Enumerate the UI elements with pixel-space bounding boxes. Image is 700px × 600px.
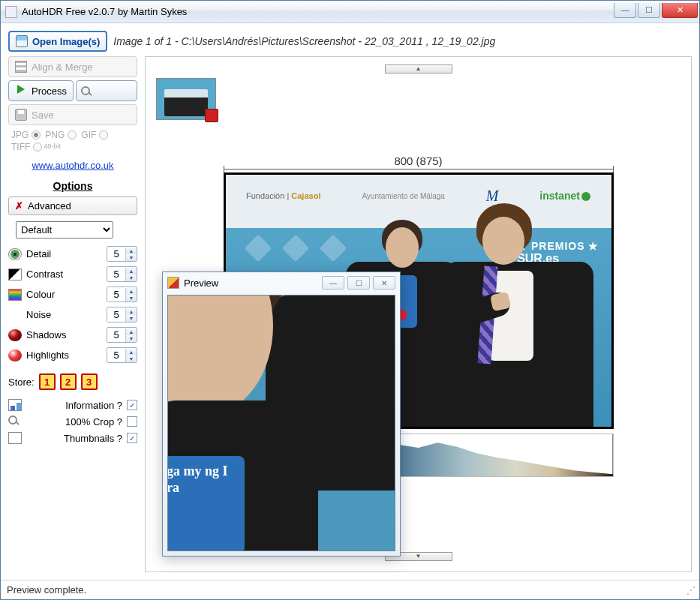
spin-down[interactable]: ▼ — [126, 335, 137, 342]
save-label: Save — [32, 110, 54, 121]
colour-spinner[interactable]: ▲▼ — [107, 286, 137, 302]
dimension-label: 800 (875) — [394, 154, 442, 167]
store-slot-1[interactable]: 1 — [39, 374, 56, 390]
information-checkbox[interactable]: ✓ — [127, 400, 137, 410]
spin-down[interactable]: ▼ — [126, 315, 137, 322]
format-group: JPG PNG GIF TIFF48-bit — [8, 128, 137, 154]
radio-icon — [33, 142, 42, 152]
spin-up[interactable]: ▲ — [126, 328, 137, 335]
radio-icon — [32, 130, 41, 140]
align-icon — [15, 61, 27, 73]
process-button[interactable]: Process — [8, 80, 74, 101]
preview-image[interactable]: ISesinternet ga my ng I ra — [167, 295, 395, 551]
app-icon — [5, 6, 17, 18]
advanced-label: Advanced — [28, 200, 71, 212]
format-tiff[interactable]: TIFF48-bit — [11, 142, 61, 152]
chart-icon — [8, 399, 22, 411]
titlebar: AutoHDR Free v2.0.7 by Martin Sykes — ☐ … — [1, 1, 699, 23]
resize-grip-icon[interactable]: ⋰ — [686, 585, 693, 596]
slider-contrast: Contrast ▲▼ — [8, 266, 137, 282]
slider-detail: Detail ▲▼ — [8, 246, 137, 262]
check-information: Information ? ✓ — [8, 399, 137, 411]
crop-checkbox[interactable] — [127, 416, 137, 427]
sidebar: Align & Merge Process Save JPG — [8, 56, 137, 572]
slider-shadows: Shadows ▲▼ — [8, 327, 137, 343]
preset-select-wrap: Default — [16, 221, 137, 238]
preview-maximize-button[interactable]: ☐ — [347, 276, 370, 290]
open-icon — [16, 35, 28, 47]
shadows-spinner[interactable]: ▲▼ — [107, 327, 137, 343]
process-arrow-icon — [15, 85, 27, 97]
spin-up[interactable]: ▲ — [126, 268, 137, 274]
person-right — [443, 202, 593, 427]
highlights-icon — [8, 350, 22, 362]
store-slot-2[interactable]: 2 — [60, 374, 77, 390]
store-slot-3[interactable]: 3 — [81, 374, 98, 390]
image-path-status: Image 1 of 1 - C:\Users\Andrés\Pictures\… — [113, 35, 495, 47]
eye-icon — [8, 248, 22, 260]
slider-noise: Noise ▲▼ — [8, 307, 137, 322]
contrast-icon — [8, 268, 22, 280]
preview-minimize-button[interactable]: — — [322, 276, 344, 290]
magnifier-icon — [8, 416, 22, 428]
spin-down[interactable]: ▼ — [126, 274, 137, 281]
website-link[interactable]: www.autohdr.co.uk — [8, 160, 137, 171]
spin-up[interactable]: ▲ — [126, 349, 137, 356]
noise-icon — [8, 309, 22, 321]
align-merge-button[interactable]: Align & Merge — [8, 56, 137, 77]
store-row: Store: 1 2 3 — [8, 374, 137, 390]
statusbar: Preview complete. ⋰ — [1, 580, 699, 599]
advanced-button[interactable]: ✗ Advanced — [8, 196, 137, 215]
spin-down[interactable]: ▼ — [126, 356, 137, 362]
save-icon — [15, 109, 27, 121]
spin-up[interactable]: ▲ — [126, 248, 137, 254]
process-settings-button[interactable] — [76, 80, 137, 101]
spin-up[interactable]: ▲ — [126, 308, 137, 315]
radio-icon — [68, 130, 77, 140]
spin-up[interactable]: ▲ — [126, 288, 137, 295]
detail-spinner[interactable]: ▲▼ — [107, 246, 137, 262]
thumbnail-1[interactable] — [156, 78, 216, 120]
format-png[interactable]: PNG — [45, 130, 77, 140]
preview-window[interactable]: Preview — ☐ ✕ ISesinternet ga my ng I ra — [162, 272, 401, 556]
check-crop: 100% Crop ? — [8, 416, 137, 428]
preset-select[interactable]: Default — [16, 221, 113, 238]
check-thumbnails: Thumbnails ? ✓ — [8, 432, 137, 444]
maximize-button[interactable]: ☐ — [638, 3, 660, 18]
format-jpg[interactable]: JPG — [11, 130, 41, 140]
preview-title: Preview — [184, 278, 218, 289]
colour-icon — [8, 289, 22, 301]
thumb-scroll-up[interactable]: ▲ — [385, 64, 452, 74]
save-button[interactable]: Save — [8, 104, 137, 125]
slider-colour: Colour ▲▼ — [8, 286, 137, 302]
highlights-spinner[interactable]: ▲▼ — [107, 347, 137, 363]
contrast-spinner[interactable]: ▲▼ — [107, 266, 137, 282]
minimize-button[interactable]: — — [614, 3, 636, 18]
radio-icon — [99, 130, 108, 140]
dimension-ruler — [224, 169, 614, 170]
open-images-button[interactable]: Open Image(s) — [8, 31, 107, 52]
thumbnails-checkbox[interactable]: ✓ — [127, 433, 137, 443]
unsaved-badge-icon — [205, 109, 218, 122]
loupe-icon — [81, 86, 90, 95]
noise-spinner[interactable]: ▲▼ — [107, 307, 137, 322]
status-text: Preview complete. — [7, 584, 86, 596]
align-merge-label: Align & Merge — [32, 62, 93, 73]
store-label: Store: — [8, 376, 35, 388]
format-gif[interactable]: GIF — [81, 130, 108, 140]
spin-down[interactable]: ▼ — [126, 254, 137, 261]
shadows-icon — [8, 329, 22, 341]
slider-highlights: Highlights ▲▼ — [8, 347, 137, 363]
x-icon: ✗ — [15, 200, 23, 212]
preview-close-button[interactable]: ✕ — [373, 276, 395, 290]
close-button[interactable]: ✕ — [662, 3, 698, 18]
preview-app-icon — [167, 277, 179, 289]
blank-icon — [8, 432, 22, 444]
options-heading: Options — [8, 180, 137, 192]
process-label: Process — [32, 86, 67, 97]
window-title: AutoHDR Free v2.0.7 by Martin Sykes — [22, 6, 614, 17]
preview-titlebar[interactable]: Preview — ☐ ✕ — [163, 272, 400, 293]
open-images-label: Open Image(s) — [32, 36, 100, 47]
spin-down[interactable]: ▼ — [126, 295, 137, 302]
